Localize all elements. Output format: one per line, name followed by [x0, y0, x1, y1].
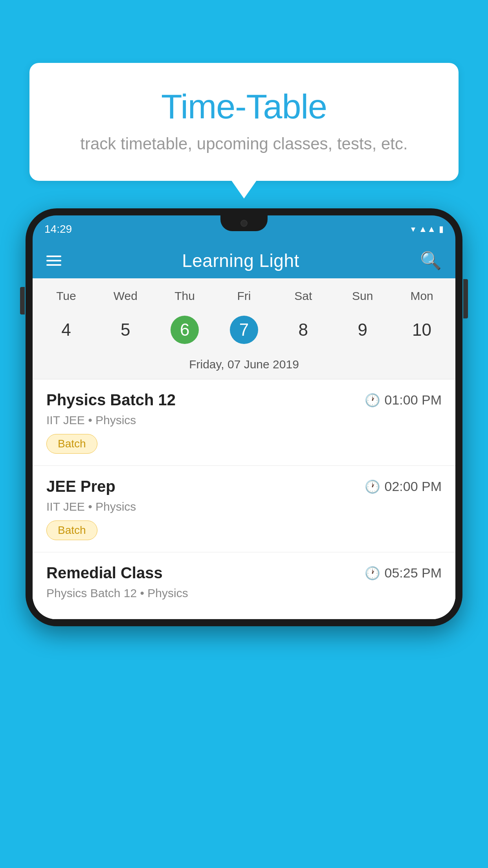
schedule-item-3[interactable]: Remedial Class 🕐 05:25 PM Physics Batch … [33, 552, 455, 619]
item-title-3: Remedial Class [46, 564, 163, 582]
day-label-thu: Thu [155, 286, 215, 306]
day-label-tue: Tue [37, 286, 96, 306]
date-7[interactable]: 7 [215, 312, 274, 348]
item-subtitle-3: Physics Batch 12 • Physics [46, 587, 442, 600]
phone-side-left [20, 287, 25, 314]
phone-screen: Learning Light 🔍 Tue Wed Thu Fri Sat Sun… [33, 243, 455, 619]
search-icon[interactable]: 🔍 [420, 250, 442, 271]
speech-bubble: Time-Table track timetable, upcoming cla… [29, 63, 459, 181]
status-icons: ▾ ▲▲ ▮ [411, 224, 444, 234]
item-title-1: Physics Batch 12 [46, 391, 176, 409]
app-header: Learning Light 🔍 [33, 243, 455, 278]
schedule-item-header-1: Physics Batch 12 🕐 01:00 PM [46, 391, 442, 409]
phone-frame: 14:29 ▾ ▲▲ ▮ Learning Light 🔍 Tue [26, 208, 462, 626]
date-4[interactable]: 4 [37, 312, 96, 348]
hamburger-menu-icon[interactable] [46, 256, 61, 266]
schedule-item-header-3: Remedial Class 🕐 05:25 PM [46, 564, 442, 582]
dates-row: 4 5 6 7 8 9 10 [33, 310, 455, 354]
day-label-fri: Fri [215, 286, 274, 306]
signal-icon: ▲▲ [418, 224, 436, 234]
calendar-section: Tue Wed Thu Fri Sat Sun Mon 4 5 6 7 8 9 … [33, 278, 455, 379]
speech-bubble-container: Time-Table track timetable, upcoming cla… [29, 63, 459, 181]
notch [220, 215, 268, 231]
item-time-3: 🕐 05:25 PM [365, 565, 442, 581]
date-5[interactable]: 5 [96, 312, 155, 348]
day-label-mon: Mon [392, 286, 451, 306]
item-time-2: 🕐 02:00 PM [365, 479, 442, 494]
phone-side-right [463, 279, 468, 318]
clock-icon-3: 🕐 [365, 566, 380, 581]
item-subtitle-1: IIT JEE • Physics [46, 414, 442, 427]
battery-icon: ▮ [439, 224, 444, 234]
batch-badge-2: Batch [46, 520, 97, 540]
phone-container: 14:29 ▾ ▲▲ ▮ Learning Light 🔍 Tue [26, 208, 462, 868]
schedule-item-header-2: JEE Prep 🕐 02:00 PM [46, 478, 442, 495]
bubble-title: Time-Table [61, 86, 427, 127]
status-bar: 14:29 ▾ ▲▲ ▮ [33, 215, 455, 243]
days-row: Tue Wed Thu Fri Sat Sun Mon [33, 278, 455, 310]
selected-date-label: Friday, 07 June 2019 [33, 354, 455, 379]
item-time-1: 🕐 01:00 PM [365, 392, 442, 408]
wifi-icon: ▾ [411, 224, 415, 234]
item-subtitle-2: IIT JEE • Physics [46, 500, 442, 513]
schedule-item-1[interactable]: Physics Batch 12 🕐 01:00 PM IIT JEE • Ph… [33, 379, 455, 466]
camera-dot [240, 220, 248, 227]
item-title-2: JEE Prep [46, 478, 116, 495]
date-6[interactable]: 6 [155, 312, 215, 348]
bubble-subtitle: track timetable, upcoming classes, tests… [61, 134, 427, 153]
schedule-container: Physics Batch 12 🕐 01:00 PM IIT JEE • Ph… [33, 379, 455, 619]
day-label-sun: Sun [333, 286, 392, 306]
date-8[interactable]: 8 [273, 312, 333, 348]
date-10[interactable]: 10 [392, 312, 451, 348]
app-title: Learning Light [182, 250, 299, 271]
day-label-wed: Wed [96, 286, 155, 306]
clock-icon-1: 🕐 [365, 393, 380, 408]
status-time: 14:29 [44, 223, 72, 235]
batch-badge-1: Batch [46, 434, 97, 454]
schedule-item-2[interactable]: JEE Prep 🕐 02:00 PM IIT JEE • Physics Ba… [33, 466, 455, 552]
day-label-sat: Sat [273, 286, 333, 306]
clock-icon-2: 🕐 [365, 479, 380, 494]
date-9[interactable]: 9 [333, 312, 392, 348]
